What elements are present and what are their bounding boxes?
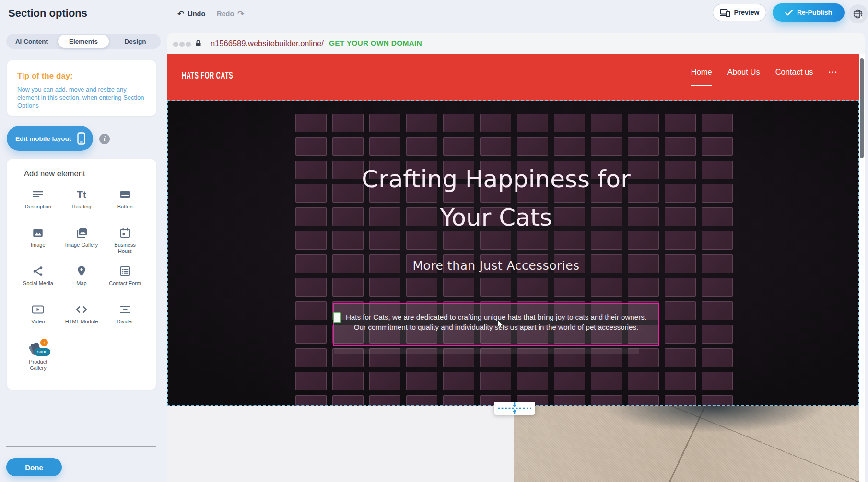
hero-tile [295, 348, 327, 367]
redo-button[interactable]: Redo ↷ [217, 7, 245, 21]
hero-tile [295, 231, 327, 250]
hero-tile [665, 137, 696, 156]
undo-icon: ↶ [177, 10, 184, 18]
element-image-gallery[interactable]: Image Gallery [60, 225, 104, 262]
hero-tile [628, 372, 659, 390]
tab-elements[interactable]: Elements [58, 35, 109, 48]
hero-tile [665, 114, 696, 132]
hero-tile [369, 395, 400, 406]
globe-icon [853, 9, 863, 19]
shop-badge: SHOP [34, 348, 50, 356]
window-dot-icon [186, 42, 191, 47]
hero-tile [406, 278, 437, 297]
hero-subheading[interactable]: More than Just Accessories [333, 259, 659, 273]
hero-tile [628, 137, 659, 156]
nav-home[interactable]: Home [691, 67, 712, 86]
hero-tile [332, 372, 364, 390]
hero-tile [295, 278, 327, 297]
hero-tile [517, 114, 548, 132]
pavement-photo [514, 406, 859, 482]
element-social-media[interactable]: Social Media [16, 264, 60, 300]
site-preview-window: n1566589.websitebuilder.online/ GET YOUR… [167, 33, 865, 482]
element-html-module[interactable]: HTML Module [60, 302, 104, 339]
element-image[interactable]: Image [16, 225, 60, 262]
hero-tile [369, 114, 400, 132]
hero-tile [443, 372, 474, 390]
tip-body: Now you can add, move and resize any ele… [17, 85, 148, 110]
description-icon [32, 187, 44, 202]
element-map[interactable]: Map [60, 264, 104, 300]
section-resize-handle[interactable] [494, 402, 535, 415]
hero-tile [406, 114, 437, 132]
element-business-hours[interactable]: Business Hours [103, 225, 147, 262]
edit-mobile-layout-button[interactable]: Edit mobile layout [7, 126, 93, 151]
hero-tile [554, 372, 585, 390]
hero-tile [295, 137, 327, 156]
selected-paragraph-element[interactable]: Hats for Cats, we are dedicated to craft… [333, 303, 659, 346]
social-media-icon [32, 264, 44, 279]
nav-contact-us[interactable]: Contact us [775, 67, 813, 85]
tab-ai-content[interactable]: AI Content [6, 35, 57, 48]
video-icon [31, 302, 45, 317]
get-domain-link[interactable]: GET YOUR OWN DOMAIN [329, 33, 422, 54]
hero-tile [443, 395, 474, 406]
hero-tile [702, 325, 733, 344]
preview-scrollbar[interactable] [860, 58, 864, 158]
hero-tile [517, 137, 548, 156]
resize-arrows-icon [496, 402, 533, 414]
element-product-gallery[interactable]: ↑ SHOP Product Gallery [16, 340, 60, 377]
hero-tile [369, 372, 400, 390]
site-logo[interactable]: HATS FOR CATS [182, 69, 233, 80]
button-icon [118, 187, 132, 202]
element-video[interactable]: Video [16, 302, 60, 339]
heading-icon: Tt [77, 187, 86, 202]
hero-tile [628, 395, 659, 406]
hero-tile [702, 161, 733, 179]
code-icon [75, 302, 88, 317]
next-section-background [167, 406, 514, 482]
element-divider[interactable]: Divider [103, 302, 147, 339]
hero-tile [406, 137, 437, 156]
republish-button[interactable]: Re-Publish [773, 3, 845, 22]
hero-tile [665, 348, 696, 367]
info-icon[interactable]: i [99, 134, 110, 144]
undo-button[interactable]: ↶ Undo [177, 7, 205, 21]
hero-tile [665, 207, 696, 226]
element-description[interactable]: Description [16, 187, 60, 224]
divider-icon [119, 302, 131, 317]
hero-paragraph[interactable]: Hats for Cats, we are dedicated to craft… [334, 312, 658, 332]
drag-handle[interactable] [333, 312, 341, 323]
hero-tile [702, 231, 733, 250]
hero-tile [665, 372, 696, 390]
tip-title: Tip of the day: [17, 71, 146, 81]
site-nav: Home About Us Contact us ··· [691, 67, 838, 86]
language-globe-button[interactable] [848, 4, 868, 23]
hero-heading[interactable]: Crafting Happiness for Your Cats [333, 160, 659, 237]
hero-tile [665, 278, 696, 297]
hero-tile [443, 114, 474, 132]
hero-tile [332, 395, 364, 406]
preview-button[interactable]: Preview [713, 4, 766, 21]
app-window: Section options ↶ Undo Redo ↷ Preview Re… [0, 0, 868, 482]
element-contact-form[interactable]: Contact Form [103, 264, 147, 300]
hero-tile [665, 301, 696, 320]
hero-tile [332, 114, 364, 132]
window-dot-icon [173, 42, 178, 47]
hero-tile [443, 137, 474, 156]
browser-bar: n1566589.websitebuilder.online/ GET YOUR… [167, 33, 865, 54]
hero-tile [628, 114, 659, 132]
hero-tile [702, 184, 733, 203]
hero-section[interactable]: Crafting Happiness for Your Cats More th… [167, 101, 859, 406]
element-heading[interactable]: Tt Heading [60, 187, 104, 224]
nav-about-us[interactable]: About Us [727, 67, 760, 85]
element-button[interactable]: Button [103, 187, 147, 224]
devices-icon [720, 9, 730, 17]
site-header: HATS FOR CATS Home About Us Contact us ·… [167, 54, 859, 101]
done-button[interactable]: Done [6, 458, 62, 476]
nav-more[interactable]: ··· [829, 67, 838, 85]
hero-tile [369, 137, 400, 156]
tab-design[interactable]: Design [110, 35, 161, 48]
hero-tile [702, 207, 733, 226]
site-url[interactable]: n1566589.websitebuilder.online/ [211, 33, 324, 54]
hero-tile [702, 137, 733, 156]
